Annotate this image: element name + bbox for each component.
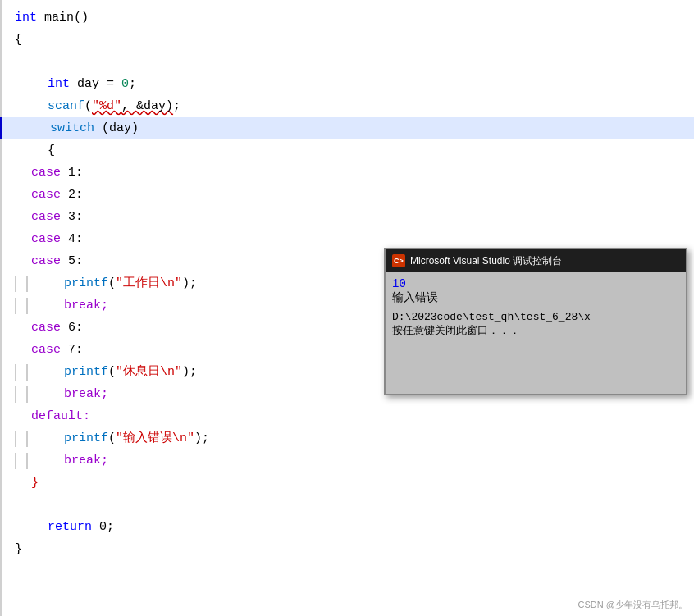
console-number: 10 [392, 277, 406, 290]
indent-bar2 [26, 276, 28, 292]
console-icon: C> [392, 254, 405, 267]
code-text: ( [108, 427, 116, 449]
keyword-int2: int [48, 73, 70, 95]
break-keyword2: break; [64, 383, 108, 405]
case-keyword3: case [31, 206, 61, 228]
code-line-21: break; [0, 449, 694, 472]
code-text: , &day) [121, 95, 173, 117]
code-text: ; [129, 73, 136, 95]
keyword-int: int [15, 7, 37, 29]
printf-keyword3: printf [64, 427, 108, 449]
code-line-23 [0, 494, 694, 516]
code-text: ; [173, 95, 180, 117]
code-line-5: scanf ( ″%d″ , &day) ; [0, 95, 694, 117]
code-text: (day) [94, 117, 139, 139]
indent-bar3 [15, 298, 16, 314]
string-workday: ″工作日\n″ [116, 272, 182, 294]
code-text: 3: [61, 206, 83, 228]
code-text: ( [108, 361, 116, 383]
console-path: D:\2023code\test_qh\test_6_28\x [392, 311, 591, 323]
code-line-25: } [0, 538, 694, 560]
code-line-11: case 4: [0, 228, 694, 250]
console-output-3: D:\2023code\test_qh\test_6_28\x [392, 310, 679, 323]
break-keyword: break; [64, 294, 108, 317]
code-line-9: case 2: [0, 184, 694, 206]
string-format: ″%d″ [92, 95, 121, 117]
code-line-19: default: [0, 405, 694, 427]
case-keyword7: case [31, 339, 61, 361]
code-line-20: printf ( ″输入错误\n″ ); [0, 427, 694, 449]
close-brace-switch: } [31, 472, 39, 494]
code-text: 5: [61, 250, 83, 272]
indent-bar5 [15, 364, 16, 381]
indent-bar6 [26, 364, 28, 381]
code-text: main() [37, 7, 89, 29]
console-icon-label: C> [394, 257, 404, 265]
indent-bar11 [15, 453, 16, 469]
code-line-2: { [0, 29, 694, 51]
close-brace-main: } [15, 538, 22, 560]
code-text: 2: [61, 184, 83, 206]
code-text: 1: [61, 162, 83, 184]
code-text: 0; [92, 516, 114, 538]
printf-keyword2: printf [64, 361, 108, 383]
code-line-1: int main() [0, 7, 694, 29]
case-keyword4: case [31, 228, 61, 250]
console-titlebar: C> Microsoft Visual Studio 调试控制台 [386, 249, 686, 272]
case-keyword: case [31, 162, 61, 184]
indent-bar4 [26, 298, 28, 314]
code-line-22: } [0, 472, 694, 494]
code-line-24: return 0; [0, 516, 694, 538]
code-line-10: case 3: [0, 206, 694, 228]
indent-bar [15, 276, 16, 292]
code-text: day = [70, 73, 121, 95]
string-restday: ″休息日\n″ [116, 361, 182, 383]
indent-bar9 [15, 431, 16, 447]
console-output-2: 输入错误 [392, 290, 679, 305]
code-text: 4: [61, 228, 83, 250]
code-line-6: switch (day) [0, 117, 694, 139]
code-line-4: int day = 0 ; [0, 73, 694, 95]
break-keyword3: break; [64, 449, 108, 472]
code-text: ); [182, 361, 197, 383]
scanf-keyword: scanf [48, 95, 84, 117]
code-line-7: { [0, 139, 694, 162]
code-text: { [48, 139, 55, 162]
case-keyword6: case [31, 317, 61, 339]
code-text: 6: [61, 317, 83, 339]
indent-bar10 [26, 431, 28, 447]
code-text: ( [84, 95, 92, 117]
code-text: 7: [61, 339, 83, 361]
case-keyword5: case [31, 250, 61, 272]
code-line-8: case 1: [0, 162, 694, 184]
printf-keyword: printf [64, 272, 108, 294]
switch-keyword: switch [50, 117, 94, 139]
console-title: Microsoft Visual Studio 调试控制台 [410, 254, 562, 268]
indent-bar8 [26, 386, 28, 403]
default-keyword: default: [31, 405, 90, 427]
console-body: 10 输入错误 D:\2023code\test_qh\test_6_28\x … [386, 272, 686, 394]
code-editor: int main() { int day = 0 ; scanf ( ″% [0, 0, 694, 616]
case-keyword2: case [31, 184, 61, 206]
string-error: ″输入错误\n″ [116, 427, 194, 449]
console-error-text: 输入错误 [392, 291, 438, 304]
code-text: { [15, 29, 22, 51]
watermark: CSDN @少年没有乌托邦。 [578, 599, 687, 611]
return-keyword: return [48, 516, 92, 538]
console-output-4: 按任意键关闭此窗口．．． [392, 323, 679, 338]
console-close-prompt: 按任意键关闭此窗口．．． [392, 325, 520, 337]
code-text: ); [182, 272, 197, 294]
code-text: ); [194, 427, 209, 449]
code-line-3 [0, 51, 694, 73]
console-popup: C> Microsoft Visual Studio 调试控制台 10 输入错误… [384, 248, 687, 395]
indent-bar12 [26, 453, 28, 469]
console-output-1: 10 [392, 277, 679, 290]
indent-bar7 [15, 386, 16, 403]
code-text: ( [108, 272, 116, 294]
number-zero: 0 [121, 73, 129, 95]
